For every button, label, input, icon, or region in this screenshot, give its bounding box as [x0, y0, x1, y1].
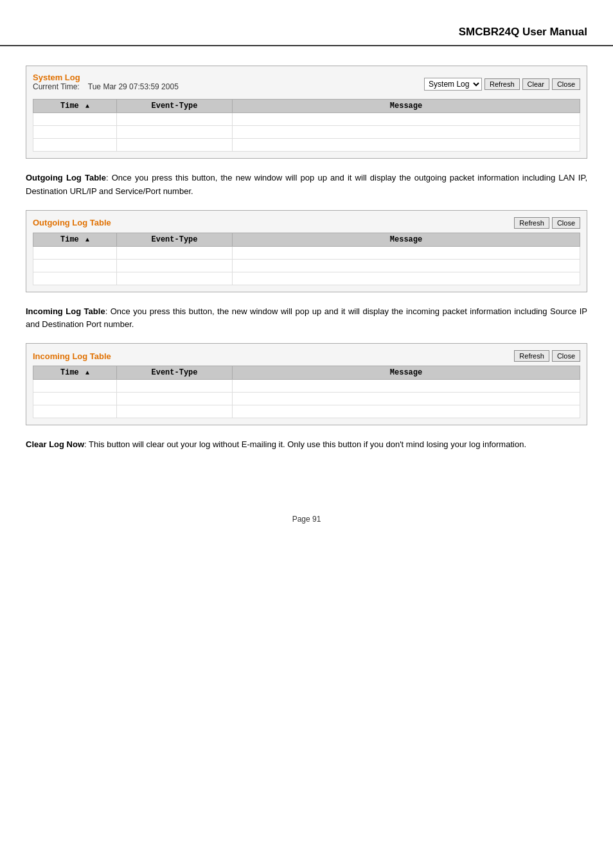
- incoming-log-table-header-row: Time ▲ Event-Type Message: [33, 366, 580, 380]
- page-content: System Log Current Time: Tue Mar 29 07:5…: [0, 59, 613, 489]
- incoming-log-table: Time ▲ Event-Type Message: [33, 366, 580, 418]
- incoming-log-desc-text: : Once you press this button, the new wi…: [26, 306, 587, 330]
- incoming-log-header: Incoming Log Table Refresh Close: [33, 350, 580, 362]
- outgoing-log-close-button[interactable]: Close: [552, 217, 580, 229]
- outgoing-log-empty-row-1: [33, 246, 580, 259]
- system-log-title: System Log: [33, 73, 179, 82]
- outgoing-log-refresh-button[interactable]: Refresh: [514, 217, 549, 229]
- outgoing-log-desc-text: : Once you press this button, the new wi…: [26, 173, 587, 196]
- outgoing-log-header: Outgoing Log Table Refresh Close: [33, 217, 580, 229]
- outgoing-log-panel: Outgoing Log Table Refresh Close Time ▲ …: [26, 210, 587, 292]
- incoming-log-empty-row-2: [33, 393, 580, 405]
- current-time-label: Current Time:: [33, 82, 80, 91]
- incoming-log-title: Incoming Log Table: [33, 351, 111, 361]
- system-log-refresh-button[interactable]: Refresh: [484, 78, 520, 90]
- incoming-log-empty-row-1: [33, 380, 580, 393]
- incoming-time-sort-arrow: ▲: [85, 369, 89, 376]
- incoming-log-col-message: Message: [233, 366, 580, 380]
- system-log-col-time: Time ▲: [33, 100, 117, 113]
- outgoing-log-table-header-row: Time ▲ Event-Type Message: [33, 233, 580, 246]
- page-title: SMCBR24Q User Manual: [459, 26, 587, 38]
- incoming-log-close-button[interactable]: Close: [552, 350, 580, 362]
- incoming-log-refresh-button[interactable]: Refresh: [514, 350, 549, 362]
- outgoing-log-col-event: Event-Type: [117, 233, 233, 246]
- system-log-close-button[interactable]: Close: [552, 78, 580, 90]
- system-log-select[interactable]: System Log: [424, 78, 482, 91]
- clear-log-desc-bold: Clear Log Now: [26, 439, 84, 449]
- current-time-value: Tue Mar 29 07:53:59 2005: [88, 82, 179, 91]
- outgoing-log-col-message: Message: [233, 233, 580, 246]
- system-log-table-header-row: Time ▲ Event-Type Message: [33, 100, 580, 113]
- page-header: SMCBR24Q User Manual: [0, 0, 613, 46]
- system-log-current-time: Current Time: Tue Mar 29 07:53:59 2005: [33, 82, 179, 91]
- incoming-log-col-time: Time ▲: [33, 366, 117, 380]
- outgoing-log-title: Outgoing Log Table: [33, 218, 111, 227]
- outgoing-log-description: Outgoing Log Table: Once you press this …: [26, 172, 587, 199]
- system-log-empty-row-1: [33, 113, 580, 126]
- clear-log-desc-text: : This button will clear out your log wi…: [84, 439, 526, 449]
- outgoing-log-col-time: Time ▲: [33, 233, 117, 246]
- outgoing-log-desc-bold: Outgoing Log Table: [26, 173, 106, 182]
- time-sort-arrow: ▲: [85, 103, 89, 110]
- system-log-empty-row-2: [33, 126, 580, 139]
- incoming-log-empty-row-3: [33, 405, 580, 418]
- outgoing-log-controls: Refresh Close: [514, 217, 580, 229]
- system-log-col-event: Event-Type: [117, 100, 233, 113]
- system-log-header: System Log Current Time: Tue Mar 29 07:5…: [33, 73, 580, 95]
- clear-log-description: Clear Log Now: This button will clear ou…: [26, 438, 587, 452]
- system-log-controls: System Log Refresh Clear Close: [424, 78, 580, 91]
- system-log-panel: System Log Current Time: Tue Mar 29 07:5…: [26, 66, 587, 159]
- incoming-log-col-event: Event-Type: [117, 366, 233, 380]
- outgoing-time-sort-arrow: ▲: [85, 236, 89, 244]
- outgoing-log-empty-row-3: [33, 272, 580, 285]
- page-number: Page 91: [292, 515, 321, 524]
- system-log-table: Time ▲ Event-Type Message: [33, 99, 580, 152]
- system-log-empty-row-3: [33, 139, 580, 152]
- incoming-log-description: Incoming Log Table: Once you press this …: [26, 305, 587, 332]
- incoming-log-desc-bold: Incoming Log Table: [26, 306, 105, 316]
- system-log-clear-button[interactable]: Clear: [522, 78, 549, 90]
- outgoing-log-empty-row-2: [33, 259, 580, 272]
- page-footer: Page 91: [0, 515, 613, 524]
- system-log-left: System Log Current Time: Tue Mar 29 07:5…: [33, 73, 179, 95]
- incoming-log-controls: Refresh Close: [514, 350, 580, 362]
- outgoing-log-table: Time ▲ Event-Type Message: [33, 233, 580, 285]
- system-log-col-message: Message: [233, 100, 580, 113]
- incoming-log-panel: Incoming Log Table Refresh Close Time ▲ …: [26, 343, 587, 425]
